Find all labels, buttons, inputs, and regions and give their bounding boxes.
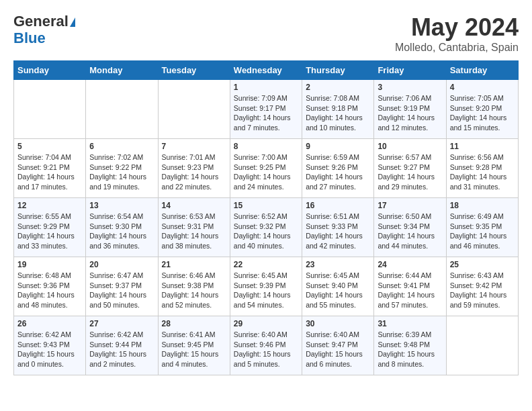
day-number: 4	[450, 83, 515, 92]
cell-details: Sunrise: 6:48 AMSunset: 9:36 PMDaylight:…	[17, 271, 82, 310]
cell-content: 3Sunrise: 7:06 AMSunset: 9:19 PMDaylight…	[378, 83, 442, 133]
cell-content: 12Sunrise: 6:55 AMSunset: 9:29 PMDayligh…	[17, 201, 82, 251]
cell-details: Sunrise: 6:40 AMSunset: 9:46 PMDaylight:…	[234, 330, 298, 369]
day-number: 29	[234, 319, 298, 328]
cell-content: 16Sunrise: 6:51 AMSunset: 9:33 PMDayligh…	[306, 201, 370, 251]
cell-details: Sunrise: 6:45 AMSunset: 9:39 PMDaylight:…	[234, 271, 298, 310]
day-number: 17	[378, 201, 442, 210]
cell-content: 23Sunrise: 6:45 AMSunset: 9:40 PMDayligh…	[306, 260, 370, 310]
day-number: 1	[234, 83, 298, 92]
cell-content: 22Sunrise: 6:45 AMSunset: 9:39 PMDayligh…	[234, 260, 298, 310]
day-number: 26	[17, 319, 82, 328]
cell-details: Sunrise: 7:05 AMSunset: 9:20 PMDaylight:…	[450, 93, 515, 133]
calendar-cell: 23Sunrise: 6:45 AMSunset: 9:40 PMDayligh…	[302, 257, 374, 316]
logo: General Blue	[13, 13, 75, 47]
cell-content: 19Sunrise: 6:48 AMSunset: 9:36 PMDayligh…	[17, 260, 82, 310]
day-number: 11	[450, 142, 515, 151]
cell-content: 29Sunrise: 6:40 AMSunset: 9:46 PMDayligh…	[234, 319, 298, 369]
cell-details: Sunrise: 6:53 AMSunset: 9:31 PMDaylight:…	[162, 212, 226, 251]
cell-content: 14Sunrise: 6:53 AMSunset: 9:31 PMDayligh…	[162, 201, 226, 251]
cell-details: Sunrise: 7:08 AMSunset: 9:18 PMDaylight:…	[306, 93, 370, 133]
cell-content: 8Sunrise: 7:00 AMSunset: 9:25 PMDaylight…	[234, 142, 298, 192]
cell-content: 20Sunrise: 6:47 AMSunset: 9:37 PMDayligh…	[89, 260, 154, 310]
cell-details: Sunrise: 6:56 AMSunset: 9:28 PMDaylight:…	[450, 152, 515, 192]
cell-content: 2Sunrise: 7:08 AMSunset: 9:18 PMDaylight…	[306, 83, 370, 133]
calendar-cell: 13Sunrise: 6:54 AMSunset: 9:30 PMDayligh…	[86, 198, 158, 257]
day-number: 14	[162, 201, 226, 210]
calendar-cell: 12Sunrise: 6:55 AMSunset: 9:29 PMDayligh…	[14, 198, 86, 257]
day-number: 31	[378, 319, 442, 328]
cell-content: 18Sunrise: 6:49 AMSunset: 9:35 PMDayligh…	[450, 201, 515, 251]
cell-details: Sunrise: 6:42 AMSunset: 9:43 PMDaylight:…	[17, 330, 82, 369]
day-number: 3	[378, 83, 442, 92]
calendar-cell: 26Sunrise: 6:42 AMSunset: 9:43 PMDayligh…	[14, 316, 86, 375]
calendar-cell: 14Sunrise: 6:53 AMSunset: 9:31 PMDayligh…	[158, 198, 230, 257]
calendar-cell: 1Sunrise: 7:09 AMSunset: 9:17 PMDaylight…	[230, 80, 302, 139]
cell-details: Sunrise: 6:55 AMSunset: 9:29 PMDaylight:…	[17, 212, 82, 251]
cell-content: 6Sunrise: 7:02 AMSunset: 9:22 PMDaylight…	[89, 142, 154, 192]
cell-details: Sunrise: 6:50 AMSunset: 9:34 PMDaylight:…	[378, 212, 442, 251]
page-header: General Blue May 2024 Molledo, Cantabria…	[13, 13, 519, 54]
cell-details: Sunrise: 7:09 AMSunset: 9:17 PMDaylight:…	[234, 93, 298, 133]
title-section: May 2024 Molledo, Cantabria, Spain	[395, 13, 519, 54]
day-number: 25	[450, 260, 515, 269]
cell-details: Sunrise: 6:43 AMSunset: 9:42 PMDaylight:…	[450, 271, 515, 310]
calendar-cell: 19Sunrise: 6:48 AMSunset: 9:36 PMDayligh…	[14, 257, 86, 316]
calendar-cell: 29Sunrise: 6:40 AMSunset: 9:46 PMDayligh…	[230, 316, 302, 375]
calendar-cell: 3Sunrise: 7:06 AMSunset: 9:19 PMDaylight…	[374, 80, 446, 139]
cell-details: Sunrise: 6:59 AMSunset: 9:26 PMDaylight:…	[306, 152, 370, 192]
day-number: 5	[17, 142, 82, 151]
day-number: 22	[234, 260, 298, 269]
day-number: 2	[306, 83, 370, 92]
day-number: 8	[234, 142, 298, 151]
cell-details: Sunrise: 6:51 AMSunset: 9:33 PMDaylight:…	[306, 212, 370, 251]
cell-content: 13Sunrise: 6:54 AMSunset: 9:30 PMDayligh…	[89, 201, 154, 251]
cell-details: Sunrise: 6:49 AMSunset: 9:35 PMDaylight:…	[450, 212, 515, 251]
calendar-cell: 22Sunrise: 6:45 AMSunset: 9:39 PMDayligh…	[230, 257, 302, 316]
month-year-title: May 2024	[395, 13, 519, 42]
day-number: 18	[450, 201, 515, 210]
calendar-cell: 15Sunrise: 6:52 AMSunset: 9:32 PMDayligh…	[230, 198, 302, 257]
calendar-cell	[86, 80, 158, 139]
logo-icon	[70, 17, 75, 27]
cell-content: 15Sunrise: 6:52 AMSunset: 9:32 PMDayligh…	[234, 201, 298, 251]
weekday-header: Wednesday	[230, 61, 302, 80]
location-subtitle: Molledo, Cantabria, Spain	[395, 42, 519, 54]
cell-content: 30Sunrise: 6:40 AMSunset: 9:47 PMDayligh…	[306, 319, 370, 369]
calendar-cell: 6Sunrise: 7:02 AMSunset: 9:22 PMDaylight…	[86, 139, 158, 198]
calendar-cell: 31Sunrise: 6:39 AMSunset: 9:48 PMDayligh…	[374, 316, 446, 375]
cell-content: 25Sunrise: 6:43 AMSunset: 9:42 PMDayligh…	[450, 260, 515, 310]
day-number: 19	[17, 260, 82, 269]
cell-details: Sunrise: 6:42 AMSunset: 9:44 PMDaylight:…	[89, 330, 154, 369]
cell-content: 11Sunrise: 6:56 AMSunset: 9:28 PMDayligh…	[450, 142, 515, 192]
calendar-cell: 2Sunrise: 7:08 AMSunset: 9:18 PMDaylight…	[302, 80, 374, 139]
day-number: 24	[378, 260, 442, 269]
cell-details: Sunrise: 6:39 AMSunset: 9:48 PMDaylight:…	[378, 330, 442, 369]
cell-content: 1Sunrise: 7:09 AMSunset: 9:17 PMDaylight…	[234, 83, 298, 133]
calendar-cell: 5Sunrise: 7:04 AMSunset: 9:21 PMDaylight…	[14, 139, 86, 198]
day-number: 21	[162, 260, 226, 269]
cell-details: Sunrise: 6:40 AMSunset: 9:47 PMDaylight:…	[306, 330, 370, 369]
cell-content: 28Sunrise: 6:41 AMSunset: 9:45 PMDayligh…	[162, 319, 226, 369]
calendar-cell	[14, 80, 86, 139]
weekday-header: Saturday	[446, 61, 518, 80]
cell-details: Sunrise: 6:54 AMSunset: 9:30 PMDaylight:…	[89, 212, 154, 251]
calendar-cell: 9Sunrise: 6:59 AMSunset: 9:26 PMDaylight…	[302, 139, 374, 198]
calendar-cell: 27Sunrise: 6:42 AMSunset: 9:44 PMDayligh…	[86, 316, 158, 375]
cell-details: Sunrise: 6:57 AMSunset: 9:27 PMDaylight:…	[378, 152, 442, 192]
cell-content: 26Sunrise: 6:42 AMSunset: 9:43 PMDayligh…	[17, 319, 82, 369]
cell-details: Sunrise: 7:01 AMSunset: 9:23 PMDaylight:…	[162, 152, 226, 192]
cell-details: Sunrise: 6:41 AMSunset: 9:45 PMDaylight:…	[162, 330, 226, 369]
cell-details: Sunrise: 6:52 AMSunset: 9:32 PMDaylight:…	[234, 212, 298, 251]
calendar-cell: 4Sunrise: 7:05 AMSunset: 9:20 PMDaylight…	[446, 80, 518, 139]
day-number: 9	[306, 142, 370, 151]
day-number: 10	[378, 142, 442, 151]
day-number: 16	[306, 201, 370, 210]
weekday-header: Friday	[374, 61, 446, 80]
cell-content: 4Sunrise: 7:05 AMSunset: 9:20 PMDaylight…	[450, 83, 515, 133]
calendar-cell: 16Sunrise: 6:51 AMSunset: 9:33 PMDayligh…	[302, 198, 374, 257]
calendar-cell: 20Sunrise: 6:47 AMSunset: 9:37 PMDayligh…	[86, 257, 158, 316]
cell-content: 24Sunrise: 6:44 AMSunset: 9:41 PMDayligh…	[378, 260, 442, 310]
calendar-table: SundayMondayTuesdayWednesdayThursdayFrid…	[13, 60, 519, 375]
calendar-cell: 18Sunrise: 6:49 AMSunset: 9:35 PMDayligh…	[446, 198, 518, 257]
